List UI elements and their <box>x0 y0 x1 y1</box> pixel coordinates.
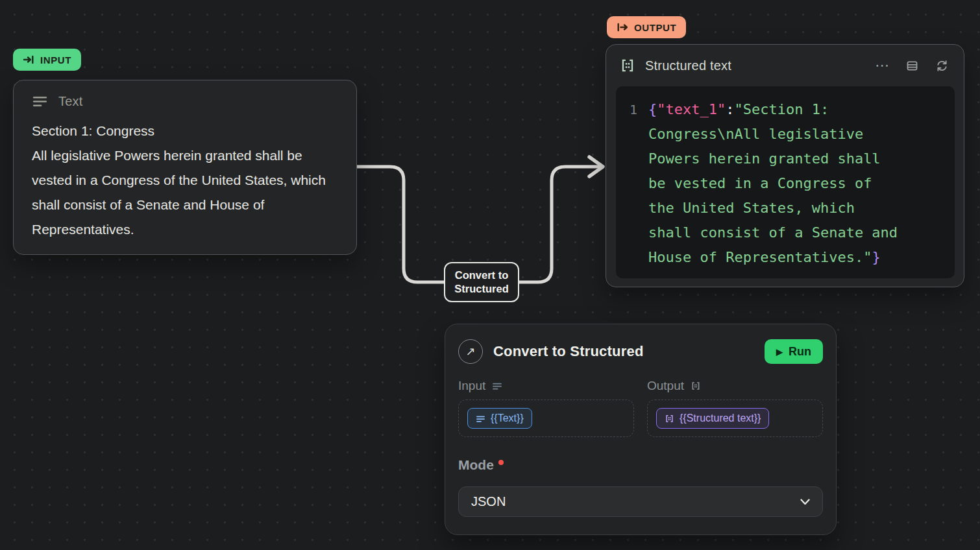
required-dot-icon <box>498 460 504 465</box>
input-drop-zone[interactable]: {{Text}} <box>458 400 634 437</box>
output-variable-label: {{Structured text}} <box>680 413 761 424</box>
edge-label-line-2: Structured <box>454 282 508 296</box>
structured-brackets-icon <box>619 57 636 74</box>
structured-text-node[interactable]: Structured text ⋯ <box>606 44 964 287</box>
output-column: Output <box>647 379 823 437</box>
code-close-brace: } <box>872 249 880 265</box>
text-node[interactable]: Text Section 1: Congress All legislative… <box>13 80 357 255</box>
code-block: 1 {"text_1":"Section 1: Congress\nAll le… <box>616 86 955 278</box>
output-variable-chip[interactable]: {{Structured text}} <box>656 408 769 429</box>
input-variable-chip[interactable]: {{Text}} <box>467 408 532 429</box>
output-section-label: Output <box>647 379 823 393</box>
text-node-title: Text <box>58 94 82 109</box>
structured-node-header: Structured text ⋯ <box>606 45 964 86</box>
mode-label: Mode <box>458 457 494 473</box>
io-row: Input {{Text}} <box>458 379 823 437</box>
text-icon <box>32 93 48 110</box>
output-badge: OUTPUT <box>607 16 686 38</box>
output-drop-zone[interactable]: {{Structured text}} <box>647 400 823 437</box>
table-view-button[interactable] <box>901 55 922 76</box>
line-number: 1 <box>616 97 648 267</box>
json-code: {"text_1":"Section 1: Congress\nAll legi… <box>648 97 903 267</box>
bar-to-arrow-icon <box>617 21 628 33</box>
input-label-text: Input <box>458 379 485 393</box>
table-icon <box>905 59 919 73</box>
mode-select[interactable]: JSON <box>458 486 823 517</box>
input-section-label: Input <box>458 379 634 393</box>
mode-row: Mode <box>458 457 823 473</box>
chevron-down-icon <box>800 499 810 505</box>
panel-header: ↗ Convert to Structured ▶ Run <box>458 339 823 365</box>
edge-label-line-1: Convert to <box>455 269 509 282</box>
expand-icon: ↗ <box>465 344 475 359</box>
code-key: "text_1" <box>657 101 726 117</box>
panel-title: Convert to Structured <box>493 343 754 360</box>
mode-selected-value: JSON <box>471 494 506 509</box>
run-button-label: Run <box>789 345 811 359</box>
input-variable-label: {{Text}} <box>491 413 524 424</box>
input-column: Input {{Text}} <box>458 379 634 437</box>
more-options-button[interactable]: ⋯ <box>872 55 892 76</box>
play-icon: ▶ <box>776 348 783 356</box>
code-colon: : <box>726 101 734 117</box>
text-lines-icon <box>476 414 485 424</box>
text-node-header: Text <box>32 93 338 110</box>
structured-node-title: Structured text <box>645 58 731 73</box>
text-line-1: Section 1: Congress <box>32 119 345 143</box>
output-badge-label: OUTPUT <box>634 22 676 33</box>
text-lines-icon <box>492 381 502 391</box>
refresh-button[interactable] <box>931 55 952 76</box>
ellipsis-icon: ⋯ <box>875 58 889 73</box>
arrow-to-bar-icon <box>23 54 34 66</box>
output-label-text: Output <box>647 379 684 393</box>
text-paragraph: All legislative Powers herein granted sh… <box>32 143 345 242</box>
edge-node-convert-to-structured[interactable]: Convert to Structured <box>444 262 519 302</box>
expand-button[interactable]: ↗ <box>458 339 483 364</box>
text-node-content: Section 1: Congress All legislative Powe… <box>32 119 345 242</box>
convert-to-structured-panel: ↗ Convert to Structured ▶ Run Input <box>445 324 837 535</box>
code-open-brace: { <box>648 101 657 117</box>
input-badge: INPUT <box>13 49 81 71</box>
code-string-value: "Section 1: Congress\nAll legislative Po… <box>648 101 898 265</box>
flow-canvas[interactable]: INPUT Text Section 1: Congress All legis… <box>0 0 980 550</box>
refresh-icon <box>935 59 949 73</box>
input-badge-label: INPUT <box>40 54 71 66</box>
structured-brackets-icon <box>665 414 674 424</box>
structured-brackets-icon <box>691 381 701 391</box>
run-button[interactable]: ▶ Run <box>765 339 823 364</box>
